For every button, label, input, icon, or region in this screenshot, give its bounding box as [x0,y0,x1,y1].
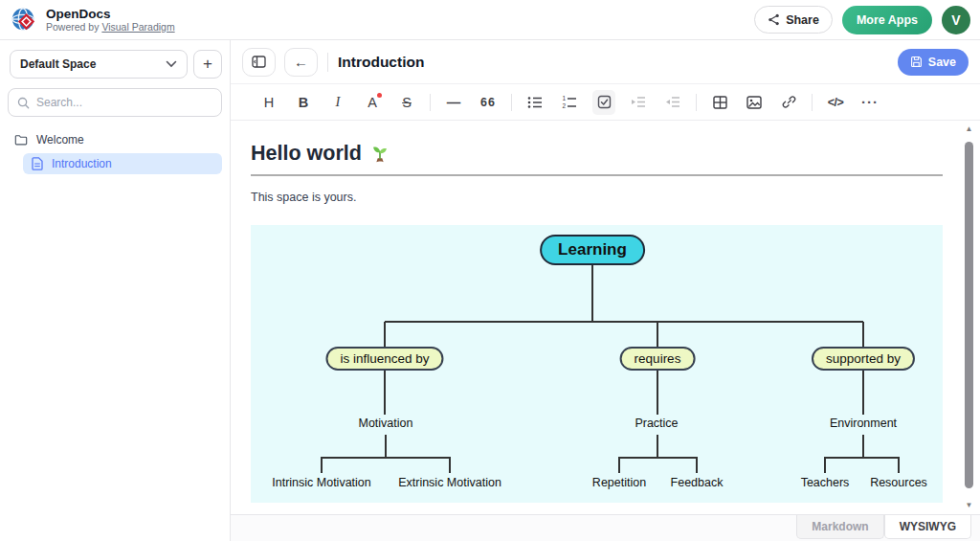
mindmap-image: Learning is influenced by requires suppo… [251,225,943,503]
heading-rule [251,174,943,176]
sidebar-item-welcome[interactable]: Welcome [0,129,230,150]
svg-text:1: 1 [563,96,567,101]
mindmap-branch-node: supported by [812,347,915,371]
visual-paradigm-link[interactable]: Visual Paradigm [101,21,174,33]
opendocs-logo-icon [10,6,38,34]
doc-paragraph: This space is yours. [251,191,943,204]
checkbox-icon [597,95,612,109]
color-dot [377,93,382,98]
sidebar-item-introduction[interactable]: Introduction [23,153,222,174]
mindmap-leaf-label: Resources [870,476,927,489]
mindmap-branch-node: requires [620,347,696,371]
toggle-sidebar-button[interactable] [242,48,276,77]
blockquote-button[interactable]: 66 [477,90,500,115]
save-button[interactable]: Save [898,49,969,76]
image-button[interactable] [743,90,766,115]
scroll-up-icon[interactable]: ▲ [963,124,975,134]
tab-wysiwyg[interactable]: WYSIWYG [884,515,971,539]
page-tree: Welcome Introduction [0,129,230,174]
space-selector[interactable]: Default Space [10,50,188,79]
panel-toggle-icon [252,56,266,68]
italic-button[interactable]: I [326,90,349,115]
horizontal-rule-button[interactable]: — [442,90,465,115]
share-button[interactable]: Share [754,6,833,34]
app-name: OpenDocs [46,7,175,21]
seedling-emoji [369,144,390,165]
folder-icon [14,134,28,146]
table-button[interactable] [708,90,731,115]
mindmap-topic-label: Practice [635,417,678,430]
user-avatar[interactable]: V [942,6,970,34]
editor-area[interactable]: Hello world This space is yours. [231,121,980,514]
more-options-button[interactable]: ··· [858,90,881,115]
save-icon [910,56,923,68]
mindmap-leaf-label: Teachers [801,476,850,489]
share-icon [768,13,780,26]
svg-text:2: 2 [563,102,567,109]
divider [511,94,512,111]
page-title: Introduction [338,54,424,71]
editor-footer: Markdown WYSIWYG [231,514,980,541]
mindmap-branch-node: is influenced by [325,347,443,371]
link-button[interactable] [777,90,800,115]
back-button[interactable]: ← [284,48,318,77]
search-icon [17,97,30,109]
document-icon [32,157,43,170]
heading-button[interactable]: H [257,90,280,115]
editor-scrollbar[interactable]: ▲ ▼ [963,124,975,510]
scrollbar-thumb[interactable] [965,142,973,488]
sidebar: Default Space + Welcome Introduction [0,40,231,541]
numbered-list-icon: 1 2 [562,96,577,109]
divider [430,94,431,111]
scroll-down-icon[interactable]: ▼ [963,501,975,510]
image-icon [746,96,762,109]
main-panel: ← Introduction Save H B I A S — 66 [231,40,980,541]
search-box[interactable] [8,88,222,117]
add-page-button[interactable]: + [193,50,222,79]
indent-icon [631,96,646,108]
mindmap-leaf-label: Feedback [671,476,724,489]
divider [812,94,813,111]
mindmap-leaf-label: Extrinsic Motivation [398,476,501,489]
mindmap-topic-label: Motivation [359,417,413,430]
chevron-down-icon [166,60,177,68]
space-selector-value: Default Space [20,57,96,71]
back-arrow-icon: ← [294,54,308,70]
mindmap-root-node: Learning [540,235,645,265]
code-button[interactable]: </> [824,90,847,115]
powered-by: Powered by Visual Paradigm [46,21,175,33]
doc-heading: Hello world [251,142,943,166]
search-input[interactable] [36,96,212,109]
indent-button[interactable] [627,90,650,115]
doc-toolbar: ← Introduction Save [231,40,980,84]
numbered-list-button[interactable]: 1 2 [558,90,581,115]
text-color-button[interactable]: A [361,90,384,115]
link-icon [782,95,796,109]
more-apps-button[interactable]: More Apps [842,6,932,34]
format-toolbar: H B I A S — 66 1 2 [231,84,980,121]
task-list-button[interactable] [592,90,615,115]
mindmap-leaf-label: Repetition [592,476,646,489]
table-icon [713,96,727,109]
bold-button[interactable]: B [292,90,315,115]
divider [327,53,328,72]
divider [696,94,697,111]
brand: OpenDocs Powered by Visual Paradigm [10,6,175,34]
app-header: OpenDocs Powered by Visual Paradigm Shar… [0,0,980,40]
strikethrough-button[interactable]: S [395,90,418,115]
mindmap-topic-label: Environment [830,417,897,430]
outdent-button[interactable] [661,90,684,115]
tree-item-label: Introduction [52,157,112,170]
mindmap-leaf-label: Intrinsic Motivation [272,476,371,489]
bullet-list-button[interactable] [523,90,546,115]
tab-markdown[interactable]: Markdown [796,515,883,539]
outdent-icon [665,96,680,108]
tree-item-label: Welcome [36,133,84,147]
bullet-list-icon [527,96,543,109]
